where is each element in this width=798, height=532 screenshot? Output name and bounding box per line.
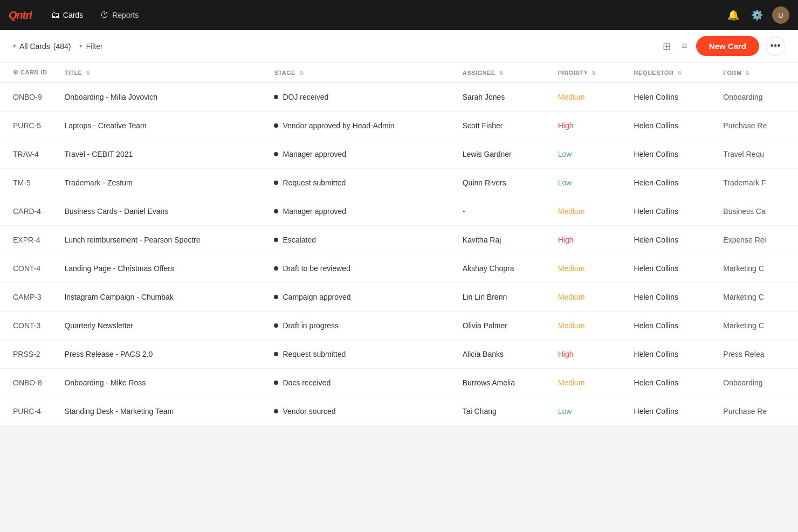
- stage-label: Manager approved: [283, 207, 346, 216]
- table-row[interactable]: CONT-3 Quarterly Newsletter Draft in pro…: [0, 312, 798, 340]
- cell-title: Instagram Campaign - Chumbak: [56, 283, 265, 312]
- cell-card-id: ONBO-9: [0, 83, 56, 112]
- cell-title: Quarterly Newsletter: [56, 312, 265, 340]
- app-logo: Qntrl: [9, 9, 32, 22]
- cell-priority: Medium: [549, 283, 625, 312]
- table-row[interactable]: CAMP-3 Instagram Campaign - Chumbak Camp…: [0, 283, 798, 312]
- cell-priority: Low: [549, 169, 625, 197]
- stage-label: Request submitted: [283, 350, 346, 358]
- cell-stage: Draft in progress: [265, 312, 453, 340]
- stage-dot-icon: [274, 209, 278, 213]
- th-card-id[interactable]: ⚙ CARD ID: [0, 63, 56, 83]
- stage-dot-icon: [274, 381, 278, 385]
- cell-form: Marketing C: [714, 254, 798, 283]
- all-cards-filter[interactable]: ▾ All Cards (484): [13, 42, 71, 51]
- toolbar-left: ▾ All Cards (484) ▾ Filter: [13, 42, 652, 51]
- table-row[interactable]: TRAV-4 Travel - CEBIT 2021 Manager appro…: [0, 140, 798, 169]
- stage-dot-icon: [274, 352, 278, 356]
- cell-requestor: Helen Collins: [625, 312, 715, 340]
- th-stage[interactable]: STAGE ⇅: [265, 63, 453, 83]
- th-form[interactable]: FORM ⇅: [714, 63, 798, 83]
- table-row[interactable]: PURC-4 Standing Desk - Marketing Team Ve…: [0, 397, 798, 426]
- cell-form: Onboarding: [714, 369, 798, 397]
- th-form-label: FORM: [723, 70, 741, 76]
- table-row[interactable]: PRSS-2 Press Release - PACS 2.0 Request …: [0, 340, 798, 369]
- stage-dot-icon: [274, 295, 278, 299]
- stage-label: Campaign approved: [283, 293, 350, 301]
- cards-icon: 🗂: [51, 10, 60, 20]
- th-priority-label: PRIORITY: [558, 70, 588, 76]
- cell-form: Travel Requ: [714, 140, 798, 169]
- notifications-button[interactable]: 🔔: [725, 6, 742, 24]
- cell-form: Marketing C: [714, 312, 798, 340]
- th-card-id-label: CARD ID: [20, 69, 47, 75]
- table-row[interactable]: ONBO-9 Onboarding - Milla Jovovich DOJ r…: [0, 83, 798, 112]
- cell-form: Purchase Re: [714, 112, 798, 140]
- stage-label: Request submitted: [283, 178, 346, 187]
- cell-requestor: Helen Collins: [625, 226, 715, 254]
- th-requestor[interactable]: REQUESTOR ⇅: [625, 63, 715, 83]
- filter-button[interactable]: ▾ Filter: [79, 42, 102, 51]
- stage-dot-icon: [274, 123, 278, 128]
- th-requestor-label: REQUESTOR: [634, 70, 674, 76]
- cell-assignee: Quinn Rivers: [454, 169, 549, 197]
- cell-stage: Draft to be reviewed: [265, 254, 453, 283]
- table-row[interactable]: CONT-4 Landing Page - Christmas Offers D…: [0, 254, 798, 283]
- sort-icon-form: ⇅: [745, 70, 750, 76]
- cell-requestor: Helen Collins: [625, 283, 715, 312]
- table-row[interactable]: PURC-5 Laptops - Creative Team Vendor ap…: [0, 112, 798, 140]
- stage-dot-icon: [274, 323, 278, 328]
- stage-label: Vendor approved by Head-Admin: [283, 121, 394, 130]
- stage-dot-icon: [274, 238, 278, 242]
- stage-dot-icon: [274, 409, 278, 413]
- table-row[interactable]: CARD-4 Business Cards - Daniel Evans Man…: [0, 197, 798, 226]
- th-priority[interactable]: PRIORITY ⇅: [549, 63, 625, 83]
- cell-priority: Medium: [549, 312, 625, 340]
- settings-button[interactable]: ⚙️: [748, 6, 766, 24]
- new-card-button[interactable]: New Card: [696, 36, 759, 56]
- nav-item-reports[interactable]: ⏱ Reports: [94, 7, 145, 23]
- cards-table-wrapper: ⚙ CARD ID TITLE ⇅ STAGE ⇅ ASSIGNEE ⇅ PRI…: [0, 63, 798, 426]
- cell-assignee: Alicia Banks: [454, 340, 549, 369]
- cell-title: Trademark - Zestum: [56, 169, 265, 197]
- cell-assignee: -: [454, 197, 549, 226]
- cell-form: Onboarding: [714, 83, 798, 112]
- th-assignee[interactable]: ASSIGNEE ⇅: [454, 63, 549, 83]
- sort-icon-priority: ⇅: [591, 70, 596, 76]
- stage-dot-icon: [274, 95, 278, 99]
- filter-label: Filter: [86, 42, 102, 51]
- list-view-button[interactable]: ≡: [679, 38, 690, 54]
- reports-icon: ⏱: [100, 10, 109, 20]
- cell-title: Travel - CEBIT 2021: [56, 140, 265, 169]
- columns-view-button[interactable]: ⊞: [661, 38, 673, 54]
- cell-title: Lunch reimbursement - Pearson Spectre: [56, 226, 265, 254]
- settings-icon: ⚙: [13, 69, 19, 75]
- cell-form: Trademark F: [714, 169, 798, 197]
- cell-title: Onboarding - Milla Jovovich: [56, 83, 265, 112]
- table-row[interactable]: EXPR-4 Lunch reimbursement - Pearson Spe…: [0, 226, 798, 254]
- cell-stage: Vendor approved by Head-Admin: [265, 112, 453, 140]
- stage-label: Escalated: [283, 236, 315, 244]
- table-row[interactable]: ONBO-8 Onboarding - Mike Ross Docs recei…: [0, 369, 798, 397]
- nav-item-cards[interactable]: 🗂 Cards: [45, 7, 90, 23]
- toolbar: ▾ All Cards (484) ▾ Filter ⊞ ≡ New Card …: [0, 30, 798, 63]
- cell-stage: Campaign approved: [265, 283, 453, 312]
- user-avatar[interactable]: U: [772, 6, 789, 24]
- table-row[interactable]: TM-5 Trademark - Zestum Request submitte…: [0, 169, 798, 197]
- cell-requestor: Helen Collins: [625, 197, 715, 226]
- more-options-button[interactable]: •••: [766, 37, 785, 56]
- stage-label: Manager approved: [283, 150, 346, 158]
- cell-assignee: Sarah Jones: [454, 83, 549, 112]
- sort-icon-assignee: ⇅: [499, 70, 504, 76]
- cell-priority: Low: [549, 140, 625, 169]
- nav-cards-label: Cards: [63, 11, 83, 19]
- cell-assignee: Akshay Chopra: [454, 254, 549, 283]
- cell-requestor: Helen Collins: [625, 397, 715, 426]
- cell-priority: Low: [549, 397, 625, 426]
- th-stage-label: STAGE: [274, 70, 295, 76]
- th-title[interactable]: TITLE ⇅: [56, 63, 265, 83]
- cell-stage: Vendor sourced: [265, 397, 453, 426]
- navbar: Qntrl 🗂 Cards ⏱ Reports 🔔 ⚙️ U: [0, 0, 798, 30]
- cell-priority: Medium: [549, 369, 625, 397]
- cell-title: Press Release - PACS 2.0: [56, 340, 265, 369]
